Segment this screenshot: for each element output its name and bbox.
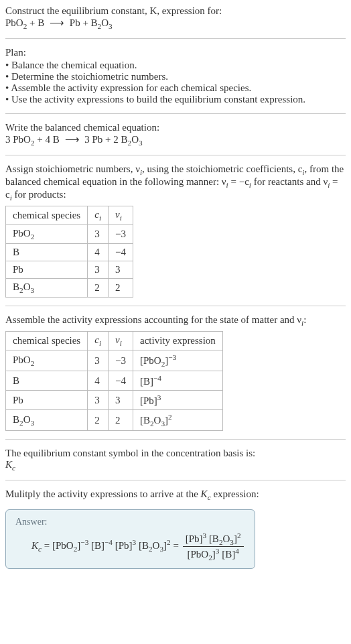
- table-row: PbO2 3 −3: [6, 225, 133, 244]
- balanced-title: Write the balanced chemical equation:: [5, 122, 159, 133]
- answer-label: Answer:: [15, 517, 245, 527]
- table-header-row: chemical species ci νi: [6, 206, 133, 225]
- balanced-equation: 3 PbO2 + 4 B ⟶ 3 Pb + 2 B2O3: [5, 134, 143, 145]
- plan-item: Use the activity expressions to build th…: [5, 94, 346, 105]
- problem-statement: Construct the equilibrium constant, K, e…: [5, 5, 346, 30]
- kc-expression: Kc = [PbO2]−3 [B]−4 [Pb]3 [B2O3]2 = [Pb]…: [31, 531, 245, 562]
- fraction-numerator: [Pb]3 [B2O3]2: [183, 531, 244, 547]
- balanced-equation-section: Write the balanced chemical equation: 3 …: [5, 122, 346, 147]
- kc-symbol-section: The equilibrium constant symbol in the c…: [5, 448, 346, 472]
- plan-item: Balance the chemical equation.: [5, 60, 346, 71]
- col-activity: activity expression: [133, 332, 222, 350]
- table-row: B2O3 2 2: [6, 279, 133, 298]
- table-row: B 4 −4: [6, 244, 133, 261]
- plan-item: Assemble the activity expression for eac…: [5, 82, 346, 94]
- activity-intro: Assemble the activity expressions accoun…: [5, 314, 346, 327]
- table-row: Pb 3 3: [6, 261, 133, 279]
- divider: [5, 480, 346, 480]
- plan-item: Determine the stoichiometric numbers.: [5, 71, 346, 82]
- col-c: ci: [88, 206, 109, 225]
- plan-section: Plan: Balance the chemical equation. Det…: [5, 47, 346, 105]
- table-row: PbO2 3 −3 [PbO2]−3: [6, 350, 223, 371]
- plan-list: Balance the chemical equation. Determine…: [5, 60, 346, 105]
- col-nu: νi: [109, 206, 133, 225]
- divider: [5, 38, 346, 39]
- fraction-denominator: [PbO2]3 [B]4: [183, 547, 244, 562]
- arrow-icon: ⟶: [47, 17, 67, 28]
- activity-table: chemical species ci νi activity expressi…: [5, 331, 223, 431]
- arrow-icon: ⟶: [62, 134, 82, 145]
- multiply-intro: Mulitply the activity expressions to arr…: [5, 489, 346, 501]
- prompt-text: Construct the equilibrium constant, K, e…: [5, 5, 222, 16]
- divider: [5, 439, 346, 440]
- table-row: B2O3 2 2 [B2O3]2: [6, 410, 223, 431]
- col-species: chemical species: [6, 332, 88, 350]
- unbalanced-equation: PbO2 + B ⟶ Pb + B2O3: [5, 17, 113, 28]
- col-c: ci: [88, 332, 109, 350]
- stoich-table: chemical species ci νi PbO2 3 −3 B 4 −4 …: [5, 206, 133, 298]
- table-row: B 4 −4 [B]−4: [6, 371, 223, 391]
- divider: [5, 306, 346, 306]
- divider: [5, 155, 346, 155]
- divider: [5, 113, 346, 114]
- stoich-intro: Assign stoichiometric numbers, νi, using…: [5, 164, 346, 202]
- fraction: [Pb]3 [B2O3]2 [PbO2]3 [B]4: [183, 531, 244, 562]
- col-nu: νi: [109, 332, 133, 350]
- plan-title: Plan:: [5, 47, 26, 58]
- table-header-row: chemical species ci νi activity expressi…: [6, 332, 223, 350]
- answer-box: Answer: Kc = [PbO2]−3 [B]−4 [Pb]3 [B2O3]…: [5, 509, 255, 569]
- col-species: chemical species: [6, 206, 88, 225]
- table-row: Pb 3 3 [Pb]3: [6, 391, 223, 410]
